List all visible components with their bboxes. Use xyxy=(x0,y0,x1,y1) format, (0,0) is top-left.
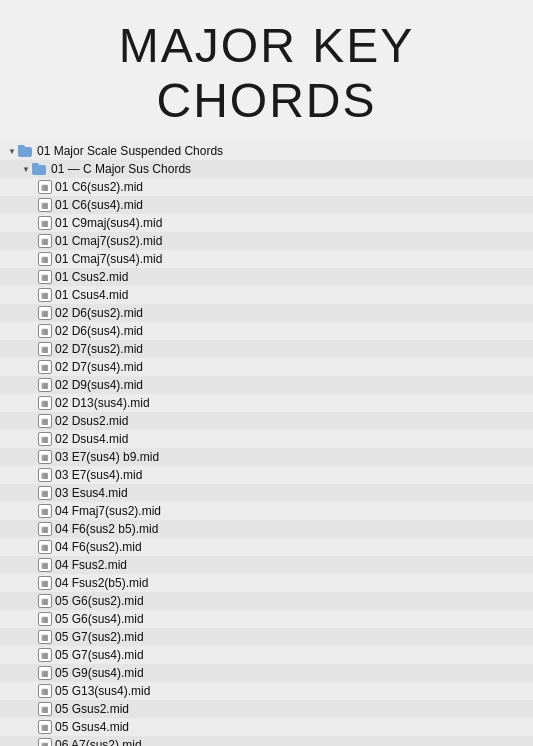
list-item[interactable]: 04 Fsus2(b5).mid xyxy=(0,574,533,592)
midi-file-icon xyxy=(38,486,52,500)
list-item[interactable]: 02 D13(sus4).mid xyxy=(0,394,533,412)
midi-file-icon xyxy=(38,450,52,464)
midi-file-icon xyxy=(38,576,52,590)
midi-file-icon xyxy=(38,648,52,662)
list-item[interactable]: 04 F6(sus2 b5).mid xyxy=(0,520,533,538)
file-label: 01 C9maj(sus4).mid xyxy=(55,216,162,230)
file-label: 04 F6(sus2).mid xyxy=(55,540,142,554)
folder-icon-root xyxy=(18,145,34,157)
list-item[interactable]: 05 G13(sus4).mid xyxy=(0,682,533,700)
file-label: 03 E7(sus4) b9.mid xyxy=(55,450,159,464)
file-label: 04 Fmaj7(sus2).mid xyxy=(55,504,161,518)
midi-file-icon xyxy=(38,432,52,446)
list-item[interactable]: 02 D7(sus2).mid xyxy=(0,340,533,358)
file-label: 05 Gsus2.mid xyxy=(55,702,129,716)
disclosure-arrow-sub[interactable]: ▼ xyxy=(22,165,32,174)
file-label: 06 A7(sus2).mid xyxy=(55,738,142,746)
file-label: 01 Cmaj7(sus4).mid xyxy=(55,252,162,266)
file-label: 03 E7(sus4).mid xyxy=(55,468,142,482)
file-label: 01 Csus4.mid xyxy=(55,288,128,302)
file-label: 02 D13(sus4).mid xyxy=(55,396,150,410)
list-item[interactable]: 04 Fsus2.mid xyxy=(0,556,533,574)
file-label: 04 Fsus2.mid xyxy=(55,558,127,572)
list-item[interactable]: 01 C6(sus4).mid xyxy=(0,196,533,214)
file-label: 02 Dsus4.mid xyxy=(55,432,128,446)
midi-file-icon xyxy=(38,612,52,626)
list-item[interactable]: 02 Dsus4.mid xyxy=(0,430,533,448)
midi-file-icon xyxy=(38,252,52,266)
list-item[interactable]: 02 Dsus2.mid xyxy=(0,412,533,430)
list-item[interactable]: 05 G6(sus4).mid xyxy=(0,610,533,628)
list-item[interactable]: 03 E7(sus4) b9.mid xyxy=(0,448,533,466)
midi-file-icon xyxy=(38,378,52,392)
list-item[interactable]: 01 C6(sus2).mid xyxy=(0,178,533,196)
file-label: 05 G7(sus2).mid xyxy=(55,630,144,644)
midi-file-icon xyxy=(38,216,52,230)
midi-file-icon xyxy=(38,594,52,608)
midi-file-icon xyxy=(38,738,52,746)
list-item[interactable]: 03 Esus4.mid xyxy=(0,484,533,502)
file-label: 05 G13(sus4).mid xyxy=(55,684,150,698)
list-item[interactable]: 02 D6(sus4).mid xyxy=(0,322,533,340)
list-item[interactable]: 05 G7(sus4).mid xyxy=(0,646,533,664)
file-label: 02 Dsus2.mid xyxy=(55,414,128,428)
disclosure-arrow-root[interactable]: ▼ xyxy=(8,147,18,156)
midi-file-icon xyxy=(38,684,52,698)
list-item[interactable]: 05 G9(sus4).mid xyxy=(0,664,533,682)
list-item[interactable]: 04 F6(sus2).mid xyxy=(0,538,533,556)
file-label: 04 F6(sus2 b5).mid xyxy=(55,522,158,536)
list-item[interactable]: 04 Fmaj7(sus2).mid xyxy=(0,502,533,520)
midi-file-icon xyxy=(38,270,52,284)
file-label: 02 D9(sus4).mid xyxy=(55,378,143,392)
file-label: 01 C6(sus4).mid xyxy=(55,198,143,212)
midi-file-icon xyxy=(38,558,52,572)
file-label: 05 Gsus4.mid xyxy=(55,720,129,734)
file-label: 01 C6(sus2).mid xyxy=(55,180,143,194)
file-label: 02 D7(sus4).mid xyxy=(55,360,143,374)
midi-file-icon xyxy=(38,666,52,680)
file-label: 05 G6(sus2).mid xyxy=(55,594,144,608)
midi-file-icon xyxy=(38,504,52,518)
midi-file-icon xyxy=(38,324,52,338)
sub-folder-label: 01 — C Major Sus Chords xyxy=(51,162,191,176)
midi-file-icon xyxy=(38,198,52,212)
page-title: MAJOR KEY CHORDS xyxy=(0,0,533,138)
root-folder-row[interactable]: ▼ 01 Major Scale Suspended Chords xyxy=(0,142,533,160)
file-label: 03 Esus4.mid xyxy=(55,486,128,500)
midi-file-icon xyxy=(38,540,52,554)
file-tree: ▼ 01 Major Scale Suspended Chords ▼ 01 —… xyxy=(0,138,533,746)
midi-file-icon xyxy=(38,180,52,194)
midi-file-icon xyxy=(38,468,52,482)
list-item[interactable]: 02 D9(sus4).mid xyxy=(0,376,533,394)
folder-icon-sub xyxy=(32,163,48,175)
file-list: 01 C6(sus2).mid01 C6(sus4).mid01 C9maj(s… xyxy=(0,178,533,746)
list-item[interactable]: 03 E7(sus4).mid xyxy=(0,466,533,484)
file-label: 02 D7(sus2).mid xyxy=(55,342,143,356)
list-item[interactable]: 05 Gsus4.mid xyxy=(0,718,533,736)
file-label: 02 D6(sus2).mid xyxy=(55,306,143,320)
midi-file-icon xyxy=(38,306,52,320)
list-item[interactable]: 02 D7(sus4).mid xyxy=(0,358,533,376)
midi-file-icon xyxy=(38,360,52,374)
root-folder-label: 01 Major Scale Suspended Chords xyxy=(37,144,223,158)
midi-file-icon xyxy=(38,414,52,428)
list-item[interactable]: 01 Csus4.mid xyxy=(0,286,533,304)
midi-file-icon xyxy=(38,702,52,716)
midi-file-icon xyxy=(38,288,52,302)
file-label: 05 G7(sus4).mid xyxy=(55,648,144,662)
list-item[interactable]: 01 C9maj(sus4).mid xyxy=(0,214,533,232)
file-label: 04 Fsus2(b5).mid xyxy=(55,576,148,590)
list-item[interactable]: 05 Gsus2.mid xyxy=(0,700,533,718)
list-item[interactable]: 01 Cmaj7(sus4).mid xyxy=(0,250,533,268)
list-item[interactable]: 01 Csus2.mid xyxy=(0,268,533,286)
list-item[interactable]: 05 G6(sus2).mid xyxy=(0,592,533,610)
sub-folder-row[interactable]: ▼ 01 — C Major Sus Chords xyxy=(0,160,533,178)
list-item[interactable]: 05 G7(sus2).mid xyxy=(0,628,533,646)
list-item[interactable]: 06 A7(sus2).mid xyxy=(0,736,533,746)
midi-file-icon xyxy=(38,396,52,410)
file-label: 05 G6(sus4).mid xyxy=(55,612,144,626)
file-label: 01 Cmaj7(sus2).mid xyxy=(55,234,162,248)
list-item[interactable]: 01 Cmaj7(sus2).mid xyxy=(0,232,533,250)
list-item[interactable]: 02 D6(sus2).mid xyxy=(0,304,533,322)
midi-file-icon xyxy=(38,522,52,536)
